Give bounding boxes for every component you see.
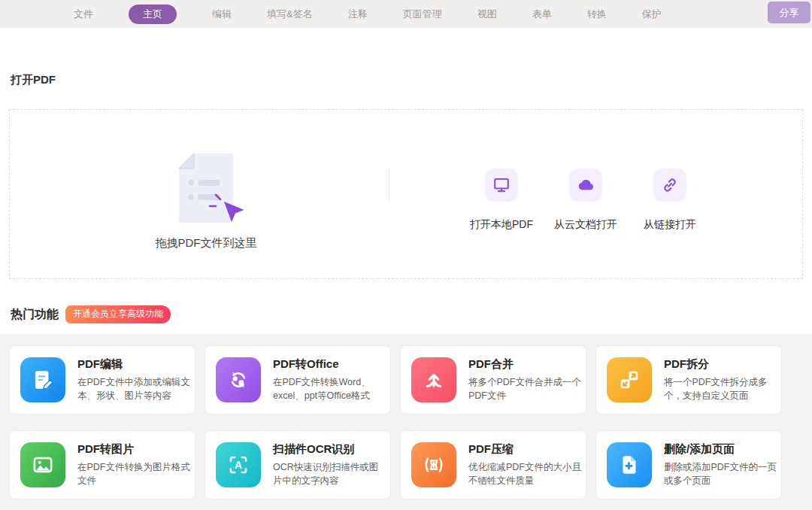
card-pdf-to-image[interactable]: PDF转图片 在PDF文件转换为图片格式文件 xyxy=(9,430,195,499)
pdf-dropzone[interactable]: 拖拽PDF文件到这里 打开本地PDF 从云文档打开 xyxy=(9,109,803,279)
hot-functions-title: 热门功能 xyxy=(11,307,59,323)
add-page-icon xyxy=(607,442,652,487)
open-cloud-doc-label: 从云文档打开 xyxy=(554,218,617,232)
compress-icon xyxy=(411,442,456,487)
card-pdf-to-office[interactable]: PDF转Office 在PDF文件转换Word、excel、ppt等Office… xyxy=(205,345,391,414)
drop-document-illustration xyxy=(164,147,248,236)
card-title: 删除/添加页面 xyxy=(664,442,777,457)
tab-file[interactable]: 文件 xyxy=(74,5,93,23)
hot-functions-header: 热门功能 开通会员立享高级功能 xyxy=(11,305,171,323)
cloud-icon xyxy=(569,168,602,202)
ocr-scan-icon: A xyxy=(216,442,261,487)
tab-convert[interactable]: 转换 xyxy=(587,5,607,23)
card-delete-add-pages[interactable]: 删除/添加页面 删除或添加PDF文件的一页或多个页面 xyxy=(595,430,782,499)
open-link-label: 从链接打开 xyxy=(644,218,696,232)
card-ocr-recognize[interactable]: A 扫描件OCR识别 OCR快速识别扫描件或图片中的文字内容 xyxy=(205,430,391,499)
monitor-icon xyxy=(485,168,518,202)
tab-protect[interactable]: 保护 xyxy=(642,5,662,23)
card-desc: 删除或添加PDF文件的一页或多个页面 xyxy=(664,460,777,487)
open-cloud-doc-button[interactable]: 从云文档打开 xyxy=(544,168,628,232)
dropzone-divider xyxy=(389,168,389,200)
merge-icon xyxy=(411,357,456,402)
card-title: PDF编辑 xyxy=(77,357,190,372)
card-title: PDF转图片 xyxy=(77,442,190,457)
image-icon xyxy=(20,442,65,487)
card-desc: 将多个PDF文件合并成一个PDF文件 xyxy=(468,375,581,402)
card-desc: 在PDF文件转换Word、excel、ppt等Office格式 xyxy=(273,375,386,402)
tab-page-manage[interactable]: 页面管理 xyxy=(403,5,442,23)
card-pdf-split[interactable]: PDF拆分 将一个PDF文件拆分成多个，支持自定义页面 xyxy=(595,345,782,414)
open-link-button[interactable]: 从链接打开 xyxy=(628,168,712,232)
card-desc: OCR快速识别扫描件或图片中的文字内容 xyxy=(273,460,386,487)
open-local-pdf-label: 打开本地PDF xyxy=(470,218,533,232)
top-menu-bar: 文件 主页 编辑 填写&签名 注释 页面管理 视图 表单 转换 保护 分享 xyxy=(0,0,812,28)
tab-form[interactable]: 表单 xyxy=(532,5,552,23)
open-local-pdf-button[interactable]: 打开本地PDF xyxy=(459,168,544,232)
card-title: PDF拆分 xyxy=(664,357,777,372)
tab-comment[interactable]: 注释 xyxy=(348,5,368,23)
vip-promo-badge[interactable]: 开通会员立享高级功能 xyxy=(65,305,171,323)
card-pdf-edit[interactable]: PDF编辑 在PDF文件中添加或编辑文本、形状、图片等内容 xyxy=(9,345,195,414)
menu-tabs: 文件 主页 编辑 填写&签名 注释 页面管理 视图 表单 转换 保护 xyxy=(74,5,662,24)
open-pdf-title: 打开PDF xyxy=(11,73,56,87)
open-options: 打开本地PDF 从云文档打开 从链接打开 xyxy=(459,168,712,232)
card-pdf-merge[interactable]: PDF合并 将多个PDF文件合并成一个PDF文件 xyxy=(400,345,586,414)
card-title: PDF转Office xyxy=(273,357,386,372)
card-title: PDF压缩 xyxy=(468,442,581,457)
card-desc: 在PDF文件中添加或编辑文本、形状、图片等内容 xyxy=(77,375,190,402)
edit-document-icon xyxy=(20,357,65,402)
tab-view[interactable]: 视图 xyxy=(477,5,497,23)
share-button[interactable]: 分享 xyxy=(768,2,810,23)
card-desc: 在PDF文件转换为图片格式文件 xyxy=(77,460,190,487)
card-pdf-compress[interactable]: PDF压缩 优化缩减PDF文件的大小且不牺牲文件质量 xyxy=(400,430,586,499)
feature-cards-grid: PDF编辑 在PDF文件中添加或编辑文本、形状、图片等内容 PDF转Office… xyxy=(9,345,782,499)
drop-hint-text: 拖拽PDF文件到这里 xyxy=(131,236,281,250)
tab-home[interactable]: 主页 xyxy=(129,5,177,24)
card-desc: 优化缩减PDF文件的大小且不牺牲文件质量 xyxy=(468,460,581,487)
card-title: PDF合并 xyxy=(468,357,581,372)
convert-office-icon xyxy=(216,357,261,402)
svg-text:A: A xyxy=(235,459,242,471)
card-desc: 将一个PDF文件拆分成多个，支持自定义页面 xyxy=(664,375,777,402)
link-icon xyxy=(653,168,686,202)
card-title: 扫描件OCR识别 xyxy=(273,442,386,457)
tab-edit[interactable]: 编辑 xyxy=(212,5,232,23)
tab-fill-sign[interactable]: 填写&签名 xyxy=(267,5,313,23)
split-icon xyxy=(607,357,652,402)
